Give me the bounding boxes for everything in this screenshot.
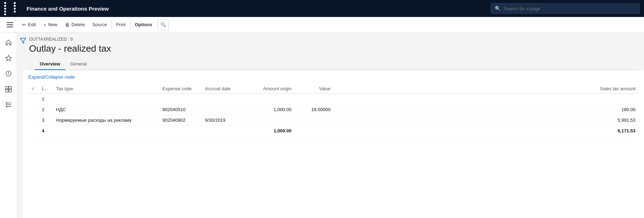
col-header-check: ✓ bbox=[28, 84, 39, 94]
tab-overview[interactable]: Overview bbox=[35, 58, 65, 70]
search-icon: 🔍 bbox=[495, 6, 501, 11]
expand-collapse-link[interactable]: Expand/Collapse node bbox=[28, 74, 75, 80]
svg-rect-4 bbox=[6, 90, 8, 92]
cell-taxtype bbox=[53, 126, 160, 136]
main-layout: OUTTAXREALIZED : 9 Outlay - realized tax… bbox=[0, 33, 644, 218]
col-header-taxtype: Tax type bbox=[53, 84, 160, 94]
page-header: OUTTAXREALIZED : 9 Outlay - realized tax… bbox=[29, 37, 638, 70]
cell-accrual bbox=[202, 104, 245, 115]
toolbar-search-button[interactable]: 🔍 bbox=[157, 19, 169, 30]
cell-sales: 6,171.53 bbox=[333, 126, 638, 136]
main-content: OUTTAXREALIZED : 9 Outlay - realized tax… bbox=[17, 33, 644, 218]
toolbar-separator bbox=[111, 21, 112, 29]
edit-button[interactable]: ✏ Edit bbox=[18, 17, 40, 33]
toolbar-separator-2 bbox=[130, 21, 131, 29]
data-table: ✓ L... Tax type Expense code Accrual dat bbox=[28, 84, 638, 136]
table-row[interactable]: 41,000.006,171.53 bbox=[28, 126, 638, 136]
sidebar-icon-recent[interactable] bbox=[1, 67, 16, 81]
cell-line: 3 bbox=[39, 115, 53, 126]
left-sidebar bbox=[0, 33, 17, 218]
options-button[interactable]: Options bbox=[131, 17, 156, 33]
col-header-value: Value bbox=[294, 84, 333, 94]
delete-icon: 🗑 bbox=[65, 22, 70, 28]
cell-taxtype: Нормируемые расходы на рекламу bbox=[53, 115, 160, 126]
cell-line: 2 bbox=[39, 104, 53, 115]
page-subtitle: OUTTAXREALIZED : 9 bbox=[29, 37, 638, 42]
cell-expense bbox=[160, 126, 202, 136]
cell-sales: 5,991.53 bbox=[333, 115, 638, 126]
cell-sales: 180.00 bbox=[333, 104, 638, 115]
cell-check bbox=[28, 104, 39, 115]
sidebar-icon-favorites[interactable] bbox=[1, 51, 16, 65]
cell-expense: 902040902 bbox=[160, 115, 202, 126]
table-row[interactable]: 1 bbox=[28, 94, 638, 104]
delete-button[interactable]: 🗑 Delete bbox=[61, 17, 89, 33]
filter-button[interactable] bbox=[20, 38, 26, 45]
cell-check bbox=[28, 126, 39, 136]
content-panel: Expand/Collapse node ✓ L... Tax type bbox=[23, 70, 644, 218]
cell-check bbox=[28, 94, 39, 104]
cell-line: 1 bbox=[39, 94, 53, 104]
edit-icon: ✏ bbox=[22, 22, 26, 28]
cell-line: 4 bbox=[39, 126, 53, 136]
cell-value: 18.00000 bbox=[294, 104, 333, 115]
tab-general[interactable]: General bbox=[65, 58, 91, 70]
cell-amount bbox=[245, 115, 294, 126]
global-search-bar[interactable]: 🔍 bbox=[491, 3, 640, 14]
search-icon-small: 🔍 bbox=[160, 22, 166, 27]
cell-check bbox=[28, 115, 39, 126]
svg-marker-11 bbox=[20, 38, 26, 43]
page-title: Outlay - realized tax bbox=[29, 43, 638, 54]
cell-taxtype bbox=[53, 94, 160, 104]
cell-amount: 1,000.00 bbox=[245, 126, 294, 136]
cell-accrual: 9/30/2019 bbox=[202, 115, 245, 126]
cell-value bbox=[294, 126, 333, 136]
hamburger-menu-button[interactable] bbox=[3, 17, 17, 33]
cell-amount bbox=[245, 94, 294, 104]
print-button[interactable]: Print bbox=[112, 17, 129, 33]
col-header-amount: Amount origin bbox=[245, 84, 294, 94]
cell-taxtype: НДС bbox=[53, 104, 160, 115]
filter-row: OUTTAXREALIZED : 9 Outlay - realized tax… bbox=[17, 33, 644, 70]
new-button[interactable]: + New bbox=[40, 17, 61, 33]
svg-rect-5 bbox=[9, 90, 11, 92]
col-header-expense: Expense code bbox=[160, 84, 202, 94]
app-grid-button[interactable] bbox=[4, 2, 22, 15]
sidebar-icon-modules[interactable] bbox=[1, 98, 16, 112]
top-navigation: Finance and Operations Preview 🔍 bbox=[0, 0, 644, 17]
app-title: Finance and Operations Preview bbox=[27, 6, 109, 12]
cell-accrual bbox=[202, 94, 245, 104]
sidebar-icon-workspaces[interactable] bbox=[1, 82, 16, 96]
col-header-sales: Sales tax amount bbox=[333, 84, 638, 94]
cell-sales bbox=[333, 94, 638, 104]
svg-rect-3 bbox=[9, 86, 11, 89]
cell-amount: 1,000.00 bbox=[245, 104, 294, 115]
svg-rect-2 bbox=[6, 86, 8, 89]
svg-marker-0 bbox=[6, 55, 11, 61]
cell-expense: 902040510 bbox=[160, 104, 202, 115]
sidebar-icon-home[interactable] bbox=[1, 35, 16, 50]
global-search-input[interactable] bbox=[504, 6, 636, 11]
cell-value bbox=[294, 94, 333, 104]
col-header-accrual: Accrual date bbox=[202, 84, 245, 94]
source-button[interactable]: Source bbox=[89, 17, 111, 33]
cell-expense bbox=[160, 94, 202, 104]
table-row[interactable]: 3Нормируемые расходы на рекламу902040902… bbox=[28, 115, 638, 126]
table-row[interactable]: 2НДС9020405101,000.0018.00000180.00 bbox=[28, 104, 638, 115]
cell-accrual bbox=[202, 126, 245, 136]
cell-value bbox=[294, 115, 333, 126]
col-header-line: L... bbox=[39, 84, 53, 94]
action-toolbar: ✏ Edit + New 🗑 Delete Source Print Optio… bbox=[0, 17, 644, 33]
plus-icon: + bbox=[43, 22, 46, 28]
content-tabs: Overview General bbox=[29, 58, 638, 70]
